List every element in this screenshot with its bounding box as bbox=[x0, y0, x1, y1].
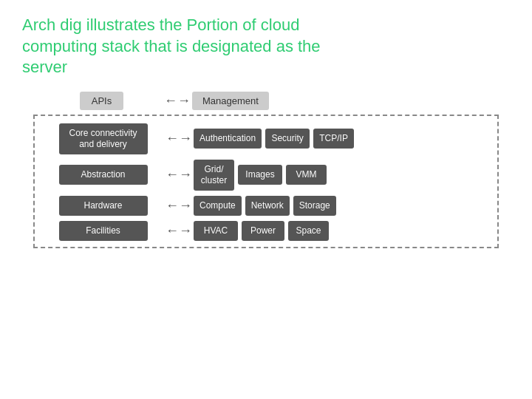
core-connectivity-box: Core connectivityand delivery bbox=[59, 123, 148, 154]
space-box: Space bbox=[288, 221, 329, 241]
right-cells-4: HVAC Power Space bbox=[194, 221, 329, 241]
hvac-box: HVAC bbox=[194, 221, 238, 241]
row-3: Hardware ←→ Compute Network Storage bbox=[42, 196, 490, 216]
arrow-1: ←→ bbox=[164, 131, 194, 146]
vmm-box: VMM bbox=[286, 165, 327, 185]
security-box: Security bbox=[265, 129, 310, 149]
hardware-box: Hardware bbox=[59, 196, 148, 216]
row-1: Core connectivityand delivery ←→ Authent… bbox=[42, 123, 490, 154]
grid-cluster-box: Grid/cluster bbox=[194, 160, 234, 191]
top-row: APIs ←→ Management bbox=[33, 92, 499, 110]
power-box: Power bbox=[242, 221, 284, 241]
row-4: Facilities ←→ HVAC Power Space bbox=[42, 221, 490, 241]
dashed-region: Core connectivityand delivery ←→ Authent… bbox=[33, 115, 499, 248]
arrow-3: ←→ bbox=[164, 198, 194, 214]
right-cells-1: Authentication Security TCP/IP bbox=[194, 129, 354, 149]
diagram: APIs ←→ Management Core connectivityand … bbox=[33, 92, 499, 248]
apis-box: APIs bbox=[80, 92, 123, 110]
storage-box: Storage bbox=[293, 196, 336, 216]
abstraction-box: Abstraction bbox=[59, 165, 148, 185]
right-cells-3: Compute Network Storage bbox=[194, 196, 336, 216]
tcpip-box: TCP/IP bbox=[313, 129, 354, 149]
images-box: Images bbox=[238, 165, 282, 185]
network-box: Network bbox=[245, 196, 290, 216]
slide-title: Arch dig illustrates the Portion of clou… bbox=[22, 15, 510, 78]
slide: Arch dig illustrates the Portion of clou… bbox=[0, 0, 532, 399]
authentication-box: Authentication bbox=[194, 129, 262, 149]
compute-box: Compute bbox=[194, 196, 242, 216]
facilities-box: Facilities bbox=[59, 221, 148, 241]
arrow-4: ←→ bbox=[164, 223, 194, 239]
right-cells-2: Grid/cluster Images VMM bbox=[194, 160, 327, 191]
management-box: Management bbox=[192, 92, 269, 110]
arrow-2: ←→ bbox=[164, 167, 194, 183]
row-2: Abstraction ←→ Grid/cluster Images VMM bbox=[42, 160, 490, 191]
